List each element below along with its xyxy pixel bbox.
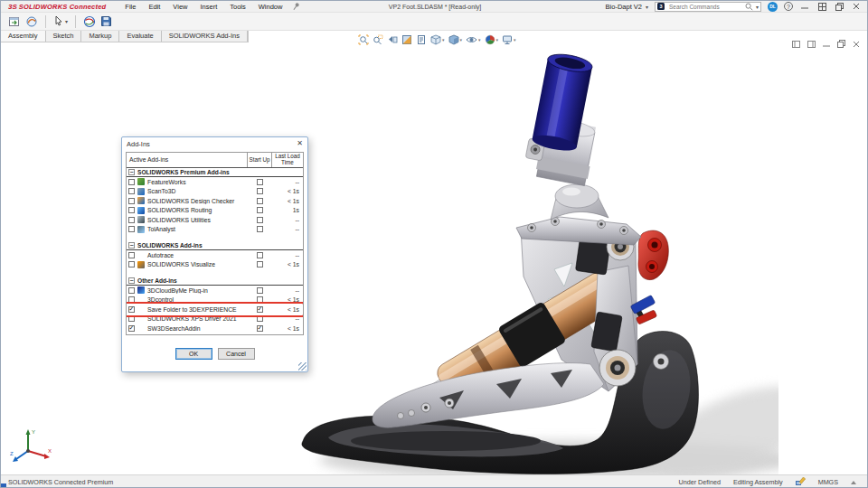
startup-checkbox[interactable] (257, 198, 263, 204)
startup-checkbox[interactable] (257, 261, 263, 267)
pane-left-icon[interactable] (792, 35, 800, 52)
display-style-chevron-icon[interactable]: ▾ (460, 37, 463, 42)
startup-checkbox[interactable] (257, 306, 263, 313)
startup-checkbox[interactable] (257, 217, 263, 223)
select-tool-chevron-icon[interactable]: ▾ (65, 18, 68, 24)
close-button[interactable] (851, 2, 862, 12)
active-checkbox[interactable] (128, 296, 135, 303)
collapse-icon[interactable]: − (128, 242, 135, 249)
avatar[interactable]: DL (768, 2, 778, 12)
active-checkbox[interactable] (128, 287, 135, 294)
select-tool-icon[interactable]: ▾ (53, 15, 68, 27)
hide-show-items-icon[interactable]: ▾ (466, 34, 481, 45)
restore-button[interactable] (834, 2, 844, 12)
add-in-row-solidworks-visualize[interactable]: SOLIDWORKS Visualize< 1s (127, 260, 303, 270)
view-orientation-chevron-icon[interactable]: ▾ (442, 37, 445, 42)
active-checkbox[interactable] (128, 179, 135, 185)
startup-checkbox[interactable] (257, 188, 263, 194)
active-checkbox[interactable] (128, 261, 135, 267)
tab-sketch[interactable]: Sketch (46, 31, 82, 42)
active-checkbox[interactable] (128, 207, 135, 213)
tab-assembly[interactable]: Assembly (1, 31, 46, 42)
menu-tools[interactable]: Tools (223, 1, 252, 13)
tab-evaluate[interactable]: Evaluate (119, 31, 161, 42)
active-checkbox[interactable] (128, 306, 135, 313)
startup-checkbox[interactable] (257, 315, 263, 322)
zoom-to-area-icon[interactable] (373, 34, 383, 45)
startup-checkbox[interactable] (257, 296, 263, 303)
resize-grip[interactable] (298, 362, 307, 371)
ok-button[interactable]: OK (175, 348, 212, 360)
add-in-row-3dcloudbyme-plug-in[interactable]: 3DCloudByMe Plug-in-- (127, 286, 303, 296)
pin-menu-icon[interactable] (292, 2, 300, 12)
add-in-row-3dcontrol[interactable]: 3Dcontrol< 1s (127, 296, 303, 305)
edit-appearance-chevron-icon[interactable]: ▾ (496, 37, 499, 42)
add-in-row-save-folder-to-3dexperience[interactable]: Save Folder to 3DEXPERIENCE< 1s (127, 305, 303, 314)
3dexperience-icon[interactable] (83, 15, 96, 28)
menu-view[interactable]: View (166, 1, 193, 13)
startup-checkbox[interactable] (257, 179, 263, 185)
menu-edit[interactable]: Edit (142, 1, 166, 13)
view-settings-icon[interactable]: ▾ (502, 34, 516, 45)
status-options-chevron-icon[interactable] (851, 481, 856, 484)
startup-checkbox[interactable] (257, 287, 263, 294)
menu-insert[interactable]: Insert (193, 1, 223, 13)
add-in-row-solidworks-routing[interactable]: SOLIDWORKS Routing1s (127, 206, 303, 216)
active-checkbox[interactable] (128, 226, 135, 232)
viewport-minimize-icon[interactable] (823, 35, 830, 52)
active-checkbox[interactable] (128, 252, 135, 258)
help-icon[interactable]: ? (784, 2, 793, 11)
search-commands-box[interactable]: 3 ▾ (655, 2, 761, 12)
annotation-view-icon[interactable] (416, 34, 427, 45)
hide-show-items-chevron-icon[interactable]: ▾ (478, 37, 481, 42)
edit-appearance-icon[interactable]: ▾ (485, 34, 499, 45)
workspace-selector[interactable]: Bio-Dapt V2 ▾ (606, 3, 648, 11)
previous-view-icon[interactable] (387, 34, 398, 45)
active-checkbox[interactable] (128, 315, 135, 322)
dialog-title-bar[interactable]: Add-Ins ✕ (122, 137, 307, 150)
view-orientation-icon[interactable]: ▾ (430, 34, 445, 45)
graphics-area[interactable]: ▾▾▾▾▾ (1, 31, 868, 474)
save-icon[interactable] (100, 15, 112, 27)
tab-solidworks-add-ins[interactable]: SOLIDWORKS Add-Ins (162, 31, 248, 42)
minimize-button[interactable] (799, 2, 810, 12)
startup-checkbox[interactable] (257, 226, 263, 232)
status-units[interactable]: MMGS (818, 478, 838, 486)
add-in-row-autotrace[interactable]: Autotrace-- (127, 250, 303, 260)
search-icon[interactable] (745, 3, 753, 11)
cancel-button[interactable]: Cancel (218, 348, 255, 360)
add-in-row-solidworks-xps-driver-2021[interactable]: SOLIDWORKS XPS Driver 2021-- (127, 314, 303, 324)
add-in-row-featureworks[interactable]: FeatureWorks-- (127, 177, 303, 187)
menu-file[interactable]: File (118, 1, 142, 13)
active-checkbox[interactable] (128, 217, 135, 223)
collapse-icon[interactable]: − (128, 277, 135, 284)
tab-markup[interactable]: Markup (81, 31, 119, 42)
active-checkbox[interactable] (128, 325, 135, 332)
collapse-icon[interactable]: − (128, 169, 135, 175)
viewport-restore-icon[interactable] (837, 35, 845, 52)
active-checkbox[interactable] (128, 198, 135, 204)
view-settings-chevron-icon[interactable]: ▾ (514, 37, 516, 42)
add-in-row-solidworks-utilities[interactable]: SOLIDWORKS Utilities-- (127, 215, 303, 225)
startup-checkbox[interactable] (257, 252, 263, 258)
search-input[interactable] (667, 3, 742, 11)
section-view-icon[interactable] (401, 34, 412, 45)
menu-window[interactable]: Window (252, 1, 289, 13)
active-checkbox[interactable] (128, 188, 135, 194)
zoom-to-fit-icon[interactable] (358, 34, 369, 45)
add-in-row-solidworks-design-checker[interactable]: SOLIDWORKS Design Checker< 1s (127, 196, 303, 206)
viewport-close-icon[interactable] (853, 35, 860, 52)
tile-windows-button[interactable] (816, 2, 827, 12)
pane-right-icon[interactable] (807, 35, 816, 52)
dialog-close-icon[interactable]: ✕ (297, 140, 303, 147)
add-in-row-sw3dsearchaddin[interactable]: SW3DSearchAddin< 1s (127, 324, 303, 333)
search-options-chevron-icon[interactable]: ▾ (756, 4, 759, 10)
prosthetic-foot-model[interactable] (290, 46, 778, 474)
display-style-icon[interactable]: ▾ (448, 34, 463, 45)
startup-checkbox[interactable] (257, 325, 263, 332)
add-in-row-tolanalyst[interactable]: TolAnalyst-- (127, 225, 303, 235)
startup-checkbox[interactable] (257, 207, 263, 213)
add-in-row-scanto3d[interactable]: ScanTo3D< 1s (127, 187, 303, 197)
share-model-icon[interactable] (25, 15, 38, 28)
lifecycle-icon[interactable] (8, 15, 21, 28)
